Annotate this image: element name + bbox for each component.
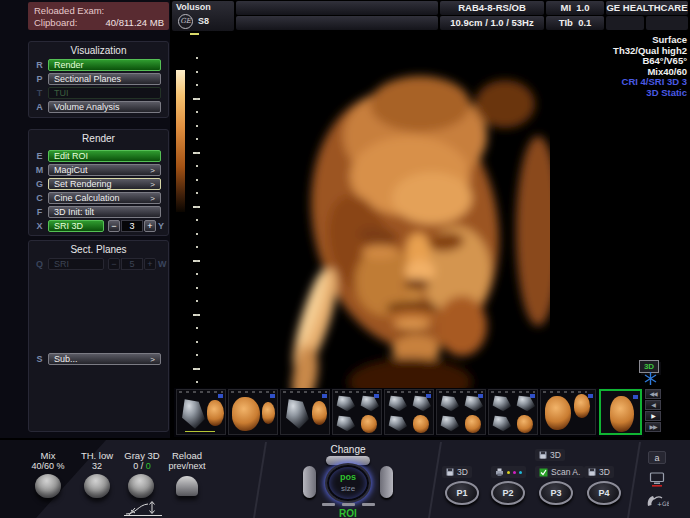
p1-button[interactable]: P1	[445, 481, 479, 505]
reload-knob-value: prev/next	[155, 461, 219, 471]
chevron-right-icon: >	[150, 193, 155, 204]
sri-plus-button[interactable]: +	[144, 220, 156, 232]
thumbnail-6[interactable]	[436, 389, 486, 435]
prev-page-button[interactable]: ◀	[645, 400, 661, 410]
topbar-empty-cell	[236, 16, 438, 30]
3d-fetus-render	[260, 46, 550, 391]
gray-3d-knob[interactable]	[128, 474, 154, 498]
key-w: W	[158, 259, 167, 269]
reload-knob-label: Reload	[155, 450, 219, 461]
edit-roi-button[interactable]: Edit ROI	[48, 150, 161, 162]
key-r: R	[33, 60, 46, 70]
q-value: 5	[121, 258, 143, 270]
topbar-empty-cell	[236, 1, 438, 15]
sri-disabled-button: SRI	[48, 258, 104, 270]
exam-status-box: Reloaded Exam: Clipboard: 40/811.24 MB	[28, 2, 169, 30]
trackball-left-button[interactable]	[303, 466, 316, 498]
trackball-right-button[interactable]	[380, 466, 393, 498]
freeze-snowflake-icon[interactable]	[644, 372, 657, 385]
trackball[interactable]: pos size	[325, 463, 371, 503]
p3-upper-tag: 3D	[535, 449, 565, 461]
probe-name-cell: RAB4-8-RS/OB	[440, 1, 544, 15]
scan-params-cell: 10.9cm / 1.0 / 53Hz	[440, 16, 544, 30]
sectional-planes-button[interactable]: Sectional Planes	[48, 73, 161, 85]
ink-magenta-dot	[513, 471, 516, 474]
trackball-dash-button[interactable]	[342, 503, 355, 506]
key-x: X	[33, 221, 46, 231]
first-page-button[interactable]: ◀◀	[645, 389, 661, 399]
ge-logo-icon: GE	[178, 14, 193, 29]
trackball-dash-button[interactable]	[322, 503, 335, 506]
q-plus-button: +	[144, 258, 156, 270]
ti-cell: TIb 0.1	[546, 16, 604, 30]
p3-button[interactable]: P3	[539, 481, 573, 505]
key-q: Q	[33, 259, 46, 269]
monitor-icon[interactable]	[648, 472, 666, 487]
ultrasound-screen: Reloaded Exam: Clipboard: 40/811.24 MB V…	[0, 0, 690, 518]
roi-label: ROI	[313, 508, 383, 518]
svg-text:+GE: +GE	[657, 500, 669, 507]
3d-init-tilt-button[interactable]: 3D Init: tilt	[48, 206, 161, 218]
probe-model: S8	[198, 16, 209, 26]
key-t: T	[33, 88, 46, 98]
depth-ruler	[193, 46, 200, 388]
ink-cyan-dot	[519, 471, 522, 474]
key-p: P	[33, 74, 46, 84]
mix-knob[interactable]	[35, 474, 61, 498]
volume-analysis-button[interactable]: Volume Analysis	[48, 101, 161, 113]
ink-yellow-dot	[507, 471, 510, 474]
visualization-title: Visualization	[29, 42, 168, 56]
thumbnail-7[interactable]	[488, 389, 538, 435]
key-a: A	[33, 102, 46, 112]
clipboard-label: Clipboard:	[34, 17, 77, 28]
p2-tag	[491, 466, 526, 478]
render-mode-button[interactable]: Render	[48, 59, 161, 71]
thumbnail-5[interactable]	[384, 389, 434, 435]
th-low-knob[interactable]	[84, 474, 110, 498]
q-minus-button: −	[108, 258, 120, 270]
p2-button[interactable]: P2	[491, 481, 525, 505]
sect-planes-panel: Sect. Planes Q SRI − 5 + W S Sub...>	[28, 240, 169, 432]
phone-ge-icon[interactable]: +GE	[645, 493, 669, 510]
thumbnail-4[interactable]	[332, 389, 382, 435]
key-m: M	[33, 165, 46, 175]
key-c: C	[33, 193, 46, 203]
thumbnail-8[interactable]	[540, 389, 596, 435]
clipboard-thumbnail-strip	[174, 388, 644, 437]
render-panel: Render E Edit ROI M MagiCut> G Set Rende…	[28, 129, 169, 236]
sri-minus-button[interactable]: −	[108, 220, 120, 232]
trackball-dash-button[interactable]	[362, 503, 375, 506]
last-page-button[interactable]: ▶▶	[645, 422, 661, 432]
magicut-button[interactable]: MagiCut>	[48, 164, 161, 176]
reload-knob[interactable]	[176, 476, 198, 496]
exam-status-title: Reloaded Exam:	[34, 5, 104, 16]
voluson-logo-cell: Voluson GE S8	[172, 1, 234, 31]
save-disk-icon	[539, 451, 547, 459]
render-colorbar	[176, 70, 185, 212]
next-page-button[interactable]: ▶	[645, 411, 661, 421]
thumbnail-3[interactable]	[280, 389, 330, 435]
chevron-right-icon: >	[150, 165, 155, 176]
chevron-right-icon: >	[150, 354, 155, 365]
p4-tag: 3D	[584, 466, 614, 478]
render-title: Render	[29, 130, 168, 144]
sub-button[interactable]: Sub...>	[48, 353, 161, 365]
mi-cell: MI 1.0	[546, 1, 604, 15]
printer-icon	[495, 468, 504, 476]
gray-curve-icon	[122, 500, 166, 517]
topbar-empty-cell	[646, 16, 688, 30]
p3-tag: Scan A.	[535, 466, 584, 478]
clipboard-value: 40/811.24 MB	[106, 17, 164, 28]
thumbnail-1[interactable]	[176, 389, 226, 435]
sri-3d-button[interactable]: SRI 3D	[48, 220, 104, 232]
a-button[interactable]: a	[648, 451, 666, 464]
key-s: S	[33, 354, 46, 364]
thumbnail-9-selected[interactable]	[599, 389, 642, 435]
p4-button[interactable]: P4	[587, 481, 621, 505]
key-y: Y	[158, 221, 164, 231]
thumbnail-nav: ◀◀ ◀ ▶ ▶▶	[645, 389, 662, 433]
set-rendering-button[interactable]: Set Rendering>	[48, 178, 161, 190]
cine-calculation-button[interactable]: Cine Calculation>	[48, 192, 161, 204]
thumbnail-2[interactable]	[228, 389, 278, 435]
sect-planes-title: Sect. Planes	[29, 241, 168, 255]
